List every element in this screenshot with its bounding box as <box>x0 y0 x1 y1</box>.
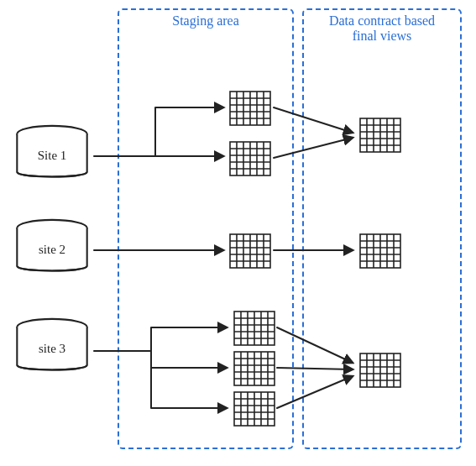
table-grid-icon <box>359 118 401 153</box>
source-site-2: site 2 <box>12 218 92 279</box>
staging-table <box>229 233 271 269</box>
diagram-canvas: Staging area Data contract based final v… <box>0 0 476 466</box>
staging-table <box>233 311 275 346</box>
source-site-1-label: Site 1 <box>38 149 67 163</box>
source-site-3: site 3 <box>12 317 92 378</box>
table-grid-icon <box>233 391 275 427</box>
source-site-1: Site 1 <box>12 124 92 185</box>
zone-staging-title: Staging area <box>119 8 292 29</box>
staging-table <box>229 91 271 126</box>
staging-table <box>233 391 275 427</box>
zone-final-title: Data contract based final views <box>304 8 460 45</box>
table-grid-icon <box>229 233 271 269</box>
staging-table <box>229 141 271 176</box>
source-site-2-label: site 2 <box>39 243 65 257</box>
table-grid-icon <box>233 351 275 386</box>
table-grid-icon <box>229 91 271 126</box>
final-view-table <box>359 233 401 269</box>
final-view-table <box>359 353 401 388</box>
table-grid-icon <box>229 141 271 176</box>
staging-table <box>233 351 275 386</box>
source-site-3-label: site 3 <box>39 342 65 356</box>
final-view-table <box>359 118 401 153</box>
table-grid-icon <box>233 311 275 346</box>
table-grid-icon <box>359 353 401 388</box>
table-grid-icon <box>359 233 401 269</box>
